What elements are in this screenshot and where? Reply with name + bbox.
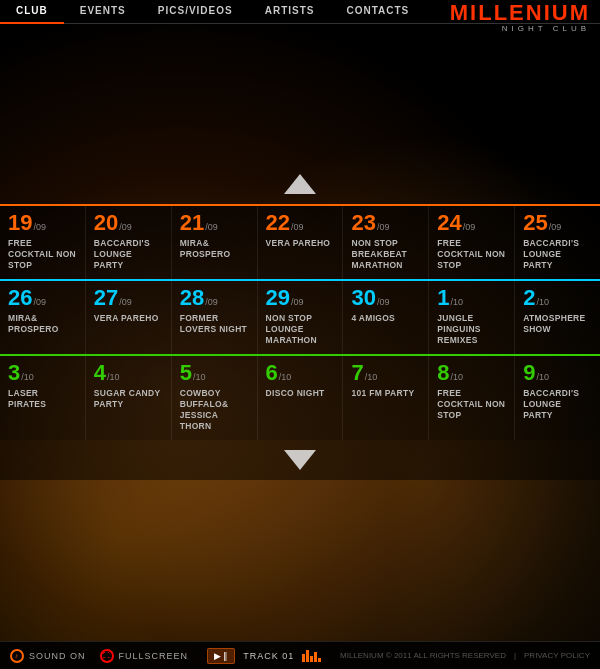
- cell-month-1-6: /10: [536, 297, 549, 307]
- cal-cell-2-6[interactable]: 9/10BACCARDI'S LOUNGE PARTY: [515, 356, 600, 440]
- cell-month-2-6: /10: [536, 372, 549, 382]
- cal-cell-1-5[interactable]: 1/10JUNGLE PINGUINS REMIXES: [429, 281, 515, 354]
- cell-event-0-2: MIRA& PROSPERO: [180, 238, 249, 260]
- cal-cell-0-1[interactable]: 20/09BACCARDI'S LOUNGE PARTY: [86, 206, 172, 279]
- cell-month-1-2: /09: [205, 297, 218, 307]
- privacy-link[interactable]: PRIVACY POLICY: [524, 651, 590, 660]
- cal-cell-2-1[interactable]: 4/10SUGAR CANDY PARTY: [86, 356, 172, 440]
- cell-event-1-6: ATMOSPHERE SHOW: [523, 313, 592, 335]
- fullscreen-label: FULLSCREEN: [119, 651, 189, 661]
- cell-event-0-4: NON STOP BREAKBEAT MARATHON: [351, 238, 420, 271]
- nav-item-pics[interactable]: PICS/VIDEOS: [142, 0, 249, 24]
- cell-month-1-5: /10: [451, 297, 464, 307]
- cell-month-2-1: /10: [107, 372, 120, 382]
- cell-event-0-5: FREE COCKTAIL NON STOP: [437, 238, 506, 271]
- player-area: ▶ ‖ TRACK 01: [207, 648, 322, 664]
- hero-section: [0, 24, 600, 204]
- cell-month-0-0: /09: [33, 222, 46, 232]
- play-button[interactable]: ▶ ‖: [214, 651, 229, 661]
- footer-links: MILLENIUM © 2011 ALL RIGHTS RESERVED | P…: [340, 651, 590, 660]
- calendar-row-2: 3/10LASER PIRATES4/10SUGAR CANDY PARTY5/…: [0, 354, 600, 440]
- cal-cell-0-3[interactable]: 22/09VERA PAREHO: [258, 206, 344, 279]
- cal-cell-2-2[interactable]: 5/10COWBOY BUFFALO& JESSICA THORN: [172, 356, 258, 440]
- cell-month-2-3: /10: [279, 372, 292, 382]
- nav-item-club[interactable]: CLUB: [0, 0, 64, 24]
- cell-day-1-1: 27: [94, 287, 118, 309]
- cell-day-0-3: 22: [266, 212, 290, 234]
- bottom-left-controls: ♪ SOUND ON ⛶ FULLSCREEN: [10, 649, 188, 663]
- cell-day-1-0: 26: [8, 287, 32, 309]
- cell-event-0-0: FREE COCKTAIL NON STOP: [8, 238, 77, 271]
- event-calendar: 19/09FREE COCKTAIL NON STOP20/09BACCARDI…: [0, 204, 600, 440]
- cell-month-0-2: /09: [205, 222, 218, 232]
- cal-cell-0-6[interactable]: 25/09BACCARDI'S LOUNGE PARTY: [515, 206, 600, 279]
- cal-cell-2-5[interactable]: 8/10FREE COCKTAIL NON STOP: [429, 356, 515, 440]
- bar-5: [318, 658, 321, 662]
- nav-item-events[interactable]: EVENTS: [64, 0, 142, 24]
- nav-item-artists[interactable]: ARTISTS: [249, 0, 331, 24]
- sound-toggle[interactable]: ♪ SOUND ON: [10, 649, 86, 663]
- cell-day-0-1: 20: [94, 212, 118, 234]
- cal-cell-2-4[interactable]: 7/10101 FM PARTY: [343, 356, 429, 440]
- track-visualizer: [302, 650, 321, 662]
- cell-day-0-6: 25: [523, 212, 547, 234]
- sound-label: SOUND ON: [29, 651, 86, 661]
- cell-day-1-3: 29: [266, 287, 290, 309]
- cell-event-2-2: COWBOY BUFFALO& JESSICA THORN: [180, 388, 249, 432]
- bar-3: [310, 656, 313, 662]
- cell-event-1-5: JUNGLE PINGUINS REMIXES: [437, 313, 506, 346]
- cell-day-2-0: 3: [8, 362, 20, 384]
- cal-cell-0-5[interactable]: 24/09FREE COCKTAIL NON STOP: [429, 206, 515, 279]
- cell-event-0-1: BACCARDI'S LOUNGE PARTY: [94, 238, 163, 271]
- cell-month-0-3: /09: [291, 222, 304, 232]
- cell-event-2-6: BACCARDI'S LOUNGE PARTY: [523, 388, 592, 421]
- bottom-bar: ♪ SOUND ON ⛶ FULLSCREEN ▶ ‖ TRACK 01 MIL…: [0, 641, 600, 669]
- cell-day-2-4: 7: [351, 362, 363, 384]
- cell-event-2-1: SUGAR CANDY PARTY: [94, 388, 163, 410]
- cell-day-2-1: 4: [94, 362, 106, 384]
- cell-day-1-2: 28: [180, 287, 204, 309]
- cell-month-1-4: /09: [377, 297, 390, 307]
- lower-hero: [0, 480, 600, 560]
- cell-month-2-2: /10: [193, 372, 206, 382]
- fullscreen-toggle[interactable]: ⛶ FULLSCREEN: [100, 649, 189, 663]
- bar-2: [306, 650, 309, 662]
- cell-month-2-4: /10: [365, 372, 378, 382]
- calendar-row-1: 26/09MIRA& PROSPERO27/09VERA PAREHO28/09…: [0, 279, 600, 354]
- cell-day-2-5: 8: [437, 362, 449, 384]
- player-controls[interactable]: ▶ ‖: [207, 648, 236, 664]
- cal-cell-0-4[interactable]: 23/09NON STOP BREAKBEAT MARATHON: [343, 206, 429, 279]
- cal-cell-2-0[interactable]: 3/10LASER PIRATES: [0, 356, 86, 440]
- cell-event-1-4: 4 AMIGOS: [351, 313, 420, 324]
- cal-cell-1-4[interactable]: 30/094 AMIGOS: [343, 281, 429, 354]
- sound-icon: ♪: [10, 649, 24, 663]
- cell-day-2-3: 6: [266, 362, 278, 384]
- cell-day-0-0: 19: [8, 212, 32, 234]
- cell-month-0-6: /09: [549, 222, 562, 232]
- cell-month-1-3: /09: [291, 297, 304, 307]
- calendar-row-0: 19/09FREE COCKTAIL NON STOP20/09BACCARDI…: [0, 204, 600, 279]
- cal-cell-1-3[interactable]: 29/09NON STOP LOUNGE MARATHON: [258, 281, 344, 354]
- nav-item-contacts[interactable]: CONTACTS: [330, 0, 425, 24]
- scroll-up-arrow[interactable]: [284, 174, 316, 194]
- arrow-down-section: [0, 440, 600, 480]
- cell-month-1-1: /09: [119, 297, 132, 307]
- track-label: TRACK 01: [243, 651, 294, 661]
- cell-month-2-5: /10: [451, 372, 464, 382]
- cal-cell-0-0[interactable]: 19/09FREE COCKTAIL NON STOP: [0, 206, 86, 279]
- cal-cell-2-3[interactable]: 6/10DISCO NIGHT: [258, 356, 344, 440]
- cell-day-1-4: 30: [351, 287, 375, 309]
- cell-event-2-3: DISCO NIGHT: [266, 388, 335, 399]
- cal-cell-0-2[interactable]: 21/09MIRA& PROSPERO: [172, 206, 258, 279]
- cal-cell-1-6[interactable]: 2/10ATMOSPHERE SHOW: [515, 281, 600, 354]
- cal-cell-1-0[interactable]: 26/09MIRA& PROSPERO: [0, 281, 86, 354]
- bar-4: [314, 652, 317, 662]
- cal-cell-1-2[interactable]: 28/09FORMER LOVERS NIGHT: [172, 281, 258, 354]
- cell-day-0-2: 21: [180, 212, 204, 234]
- logo-title: MILLENIUM: [450, 2, 590, 24]
- scroll-down-arrow[interactable]: [284, 450, 316, 470]
- cell-day-0-5: 24: [437, 212, 461, 234]
- cal-cell-1-1[interactable]: 27/09VERA PAREHO: [86, 281, 172, 354]
- fullscreen-icon: ⛶: [100, 649, 114, 663]
- cell-month-0-4: /09: [377, 222, 390, 232]
